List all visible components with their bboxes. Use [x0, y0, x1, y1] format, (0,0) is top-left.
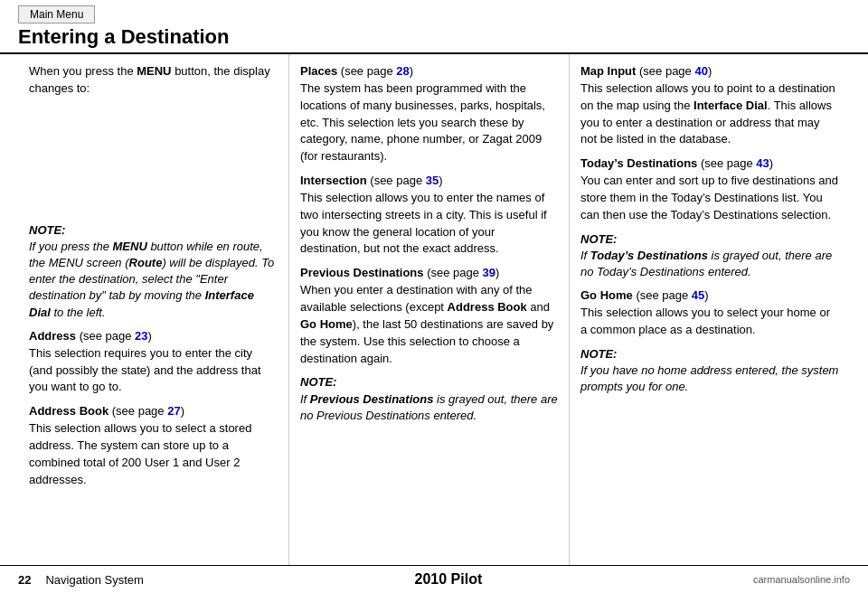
- addressbook-pageref: (see page: [108, 404, 167, 418]
- prevdest-section: Previous Destinations (see page 39) When…: [300, 265, 558, 367]
- note-right2-italic: If you have no home address entered, the…: [580, 363, 838, 393]
- todaysdest-pageref: (see page: [697, 156, 756, 170]
- note-label-mid: NOTE:: [300, 375, 336, 389]
- blank-area: [29, 105, 278, 222]
- gohome-body: This selection allows you to select your…: [580, 306, 830, 336]
- gohome-pageclose: ): [704, 288, 708, 302]
- note-mid-bold1: Previous Destinations: [310, 392, 434, 406]
- intersection-pagenum: 35: [426, 174, 439, 187]
- gohome-pagenum: 45: [692, 288, 704, 302]
- page-title-bar: Entering a Destination: [0, 24, 868, 54]
- intersection-pageclose: ): [439, 174, 442, 187]
- page-number: 22: [18, 573, 31, 587]
- note-left: NOTE: If you press the MENU button while…: [29, 222, 278, 321]
- address-body: This selection requires you to enter the…: [29, 346, 261, 394]
- intersection-section: Intersection (see page 35) This selectio…: [300, 173, 558, 258]
- intersection-label: Intersection: [300, 174, 367, 187]
- address-pagenum: 23: [135, 329, 147, 343]
- places-label: Places: [300, 64, 337, 78]
- todaysdest-pageclose: ): [769, 156, 773, 170]
- footer-right-text: carmanualsonline.info: [753, 574, 850, 585]
- address-label: Address: [29, 329, 76, 343]
- places-body: The system has been programmed with the …: [300, 81, 545, 163]
- note-label-left: NOTE:: [29, 223, 65, 237]
- col-left: When you press the MENU button, the disp…: [18, 54, 289, 565]
- gohome-label: Go Home: [580, 288, 633, 302]
- places-pageclose: ): [410, 64, 413, 78]
- addressbook-label: Address Book: [29, 404, 108, 418]
- prevdest-pagenum: 39: [483, 266, 495, 279]
- mapinput-label: Map Input: [580, 64, 636, 78]
- mapinput-section: Map Input (see page 40) This selection a…: [580, 63, 839, 148]
- prevdest-bold1: Address Book: [448, 300, 527, 314]
- address-section: Address (see page 23) This selection req…: [29, 328, 278, 396]
- note-label-right2: NOTE:: [580, 347, 617, 361]
- prevdest-label: Previous Destinations: [300, 266, 424, 279]
- prevdest-pageclose: ): [495, 266, 499, 279]
- note-label-right1: NOTE:: [580, 232, 617, 246]
- todaysdest-section: Today’s Destinations (see page 43) You c…: [580, 155, 839, 223]
- places-pagenum: 28: [396, 64, 409, 78]
- note-right2: NOTE: If you have no home address entere…: [580, 346, 839, 396]
- col-right: Map Input (see page 40) This selection a…: [570, 54, 850, 565]
- mapinput-pageref: (see page: [636, 64, 694, 78]
- todaysdest-pagenum: 43: [756, 156, 769, 170]
- footer-center-text: 2010 Pilot: [144, 571, 753, 588]
- note-mid-italic1: If: [300, 392, 310, 406]
- intersection-pageref: (see page: [367, 174, 426, 187]
- mapinput-pagenum: 40: [694, 64, 707, 78]
- note-right1: NOTE: If Today’s Destinations is grayed …: [580, 231, 839, 281]
- page: Main Menu Entering a Destination When yo…: [0, 0, 868, 593]
- main-content: When you press the MENU button, the disp…: [0, 54, 868, 565]
- col-mid: Places (see page 28) The system has been…: [289, 54, 570, 565]
- intro-paragraph: When you press the MENU button, the disp…: [29, 63, 278, 98]
- intro-text1: When you press the: [29, 64, 137, 78]
- top-nav-bar: Main Menu: [0, 0, 868, 24]
- note-line1: If you press the MENU button while en ro…: [29, 240, 274, 319]
- addressbook-pagenum: 27: [167, 404, 180, 418]
- note-right1-italic1: If: [580, 249, 590, 262]
- address-pageref: (see page: [76, 329, 135, 343]
- gohome-section: Go Home (see page 45) This selection all…: [580, 287, 839, 339]
- prevdest-bold2: Go Home: [300, 317, 353, 331]
- todaysdest-body: You can enter and sort up to five destin…: [580, 174, 838, 221]
- gohome-pageref: (see page: [633, 288, 692, 302]
- prevdest-pageref: (see page: [424, 266, 483, 279]
- intersection-body: This selection allows you to enter the n…: [300, 191, 547, 256]
- todaysdest-label: Today’s Destinations: [580, 156, 697, 170]
- nav-system-label: Navigation System: [45, 573, 143, 587]
- footer-left: 22 Navigation System: [18, 573, 144, 587]
- mapinput-pageclose: ): [708, 64, 712, 78]
- addressbook-pageclose: ): [181, 404, 184, 418]
- intro-menu-bold: MENU: [137, 64, 171, 78]
- note-right1-bold1: Today’s Destinations: [590, 249, 708, 262]
- note-mid: NOTE: If Previous Destinations is grayed…: [300, 374, 558, 424]
- places-pageref: (see page: [337, 64, 396, 78]
- page-title: Entering a Destination: [18, 25, 229, 48]
- addressbook-body: This selection allows you to select a st…: [29, 421, 251, 486]
- mapinput-bold1: Interface Dial: [693, 99, 768, 112]
- addressbook-section: Address Book (see page 27) This selectio…: [29, 403, 278, 488]
- main-menu-button[interactable]: Main Menu: [18, 5, 95, 24]
- address-pageclose: ): [148, 329, 152, 343]
- footer: 22 Navigation System 2010 Pilot carmanua…: [0, 565, 868, 593]
- places-section: Places (see page 28) The system has been…: [300, 63, 558, 165]
- prevdest-text1: and: [527, 300, 550, 314]
